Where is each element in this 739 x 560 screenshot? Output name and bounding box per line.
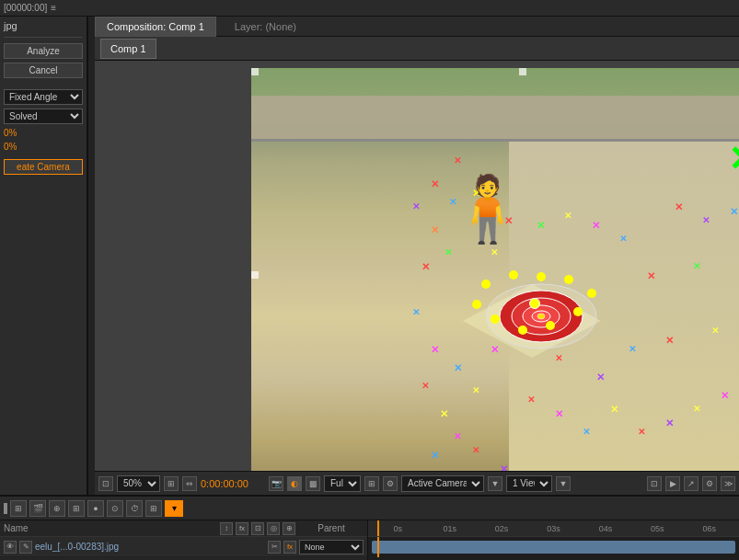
track-marker-y7: ✕ bbox=[472, 385, 479, 395]
tl-tool6[interactable]: ⊙ bbox=[107, 500, 123, 517]
parent-select[interactable]: None bbox=[299, 540, 364, 554]
ruler-4: 04s bbox=[580, 524, 631, 533]
handle-dot-6[interactable] bbox=[573, 307, 583, 316]
tl-tool4[interactable]: ⊞ bbox=[68, 500, 85, 517]
playhead-bar bbox=[377, 537, 379, 557]
tl-header-icon1[interactable]: ↕ bbox=[220, 522, 233, 535]
render-icon[interactable]: ▶ bbox=[665, 476, 680, 491]
handle-dot-10[interactable] bbox=[472, 300, 481, 309]
camera-select[interactable]: Active Camera bbox=[401, 475, 484, 492]
grid-icon[interactable]: ⊞ bbox=[364, 476, 379, 491]
ruler-0: 0s bbox=[372, 524, 423, 533]
layer-lock-icon[interactable]: ✎ bbox=[19, 541, 32, 554]
track-marker-g1: ✕ bbox=[445, 247, 452, 257]
handle-dot-8[interactable] bbox=[518, 326, 527, 335]
handle-dot-1[interactable] bbox=[481, 280, 491, 289]
export-icon[interactable]: ↗ bbox=[684, 476, 699, 491]
ruler-marks: 0s 01s 02s 03s 04s 05s 06s bbox=[372, 524, 735, 533]
track-marker-y3: ✕ bbox=[610, 404, 618, 416]
layer-vis-icon[interactable]: 👁 bbox=[4, 541, 17, 554]
ruler-2: 02s bbox=[476, 524, 527, 533]
tl-tool5[interactable]: ● bbox=[87, 500, 104, 517]
track-marker-p1: ✕ bbox=[412, 201, 420, 211]
corner-handle-tm[interactable] bbox=[519, 68, 526, 75]
track-marker-y4: ✕ bbox=[693, 404, 700, 414]
comp1-tab[interactable]: Comp 1 bbox=[100, 39, 156, 59]
tl-tool3[interactable]: ⊕ bbox=[49, 500, 65, 517]
zoom-select[interactable]: 50% bbox=[117, 475, 160, 492]
handle-dot-2[interactable] bbox=[509, 270, 518, 280]
handle-dot-9[interactable] bbox=[491, 314, 500, 324]
cancel-button[interactable]: Cancel bbox=[4, 63, 83, 78]
layer-del-icon[interactable]: ✂ bbox=[268, 541, 281, 554]
handle-dot-7[interactable] bbox=[546, 321, 555, 330]
layer-fx-icon[interactable]: fx bbox=[283, 541, 296, 554]
track-marker-pk3: ✕ bbox=[555, 408, 563, 420]
tl-header-icon3[interactable]: ⊡ bbox=[251, 522, 264, 535]
tab-bar: Composition: Comp 1 Layer: (None) bbox=[95, 17, 739, 37]
track-marker-r3: ✕ bbox=[421, 261, 430, 273]
playhead-line[interactable] bbox=[377, 520, 379, 536]
resize-icon[interactable]: ⇔ bbox=[182, 476, 197, 491]
playhead-marker[interactable]: ▾ bbox=[165, 500, 183, 517]
left-scrollbar[interactable] bbox=[87, 17, 95, 495]
timeline-ruler: 0s 01s 02s 03s 04s 05s 06s bbox=[368, 520, 739, 537]
settings-icon[interactable]: ⚙ bbox=[702, 476, 717, 491]
toggle-icon[interactable]: ⚙ bbox=[383, 476, 398, 491]
person-silhouette: 🧍 bbox=[447, 177, 527, 241]
top-bar-timecode: [00000:00] bbox=[4, 3, 47, 13]
road-scene: ✕ ✕ bbox=[251, 68, 739, 471]
handle-dot-4[interactable] bbox=[564, 275, 573, 284]
color-icon[interactable]: ◐ bbox=[287, 476, 302, 491]
corner-handle-tl[interactable] bbox=[251, 68, 259, 75]
tl-tool7[interactable]: ⏱ bbox=[126, 500, 143, 517]
composition-tab[interactable]: Composition: Comp 1 bbox=[95, 17, 216, 37]
view-select[interactable]: 1 View bbox=[506, 475, 552, 492]
analyze-button[interactable]: Analyze bbox=[4, 43, 83, 59]
tl-tool8[interactable]: ⊞ bbox=[145, 500, 162, 517]
timeline-header-row: Name ↕ fx ⊡ ◎ ⊕ Parent bbox=[0, 520, 367, 537]
quality-select[interactable]: Full bbox=[324, 475, 361, 492]
track-marker-b5: ✕ bbox=[730, 206, 738, 218]
more-icon[interactable]: ≫ bbox=[721, 476, 735, 491]
track-marker-pk7: ✕ bbox=[592, 220, 600, 232]
handle-dot-3[interactable] bbox=[537, 272, 546, 281]
timecode-display: 0:00:00:00 bbox=[201, 478, 265, 489]
tl-header-icon2[interactable]: fx bbox=[236, 522, 248, 535]
ruler-5: 05s bbox=[631, 524, 683, 533]
handle-center[interactable] bbox=[529, 298, 540, 309]
handle-dot-5[interactable] bbox=[587, 289, 596, 298]
track-marker-b3: ✕ bbox=[583, 427, 590, 437]
track-marker-r5: ✕ bbox=[472, 445, 479, 455]
camera-icon[interactable]: 📷 bbox=[269, 476, 283, 491]
timeline-layers-panel: Name ↕ fx ⊡ ◎ ⊕ Parent 👁 ✎ eelu_[...0-00… bbox=[0, 520, 368, 560]
expand-icon[interactable]: ⊡ bbox=[98, 476, 113, 491]
track-marker-r4: ✕ bbox=[421, 381, 429, 391]
angle-select[interactable]: Fixed Angle bbox=[4, 89, 83, 105]
track-marker-b2: ✕ bbox=[431, 450, 439, 462]
color2-icon[interactable]: ▩ bbox=[306, 476, 320, 491]
tl-header-icon5[interactable]: ⊕ bbox=[283, 522, 295, 535]
parent-col-label: Parent bbox=[299, 523, 364, 533]
tl-header-icon4[interactable]: ◎ bbox=[267, 522, 280, 535]
track-marker-r1: ✕ bbox=[431, 178, 439, 190]
timeline-layer-bar bbox=[372, 541, 735, 554]
left-panel: jpg Analyze Cancel Fixed Angle Solved 0%… bbox=[0, 17, 87, 495]
tl-tool2[interactable]: 🎬 bbox=[29, 500, 46, 517]
track-marker-o1: ✕ bbox=[431, 224, 439, 236]
top-bar-menu[interactable]: ≡ bbox=[51, 3, 56, 13]
camera-sel-icon[interactable]: ▼ bbox=[488, 476, 502, 491]
corner-handle-ml[interactable] bbox=[251, 271, 259, 279]
fit-icon[interactable]: ⊞ bbox=[164, 476, 179, 491]
track-marker-b1: ✕ bbox=[412, 307, 420, 317]
name-col-label: Name bbox=[4, 523, 216, 533]
track-marker-r11: ✕ bbox=[555, 353, 562, 363]
create-camera-button[interactable]: eate Camera bbox=[4, 159, 83, 175]
snap-icon[interactable]: ⊡ bbox=[647, 476, 662, 491]
tl-tool1[interactable]: ⊞ bbox=[10, 500, 27, 517]
center-area: Composition: Comp 1 Layer: (None) Comp 1 bbox=[95, 17, 739, 495]
track-marker-g3: ✕ bbox=[537, 220, 545, 232]
drag-handle[interactable] bbox=[4, 503, 7, 514]
view-icon[interactable]: ▼ bbox=[556, 476, 571, 491]
solve-select[interactable]: Solved bbox=[4, 109, 83, 124]
